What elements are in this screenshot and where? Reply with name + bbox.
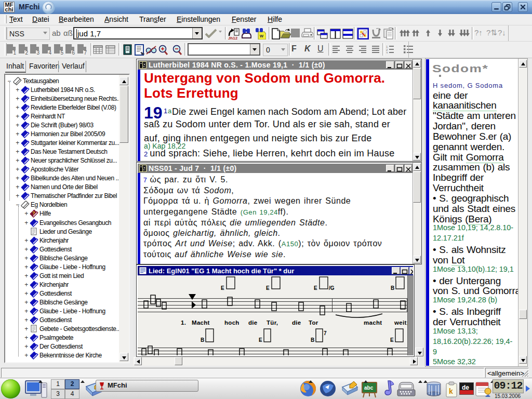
svg-text:Jh12: Jh12 (228, 36, 238, 39)
svg-text:7: 7 (324, 330, 327, 336)
svg-text:weit;: weit; (394, 320, 408, 326)
svg-text:E: E (390, 337, 394, 343)
svg-text:B: B (201, 337, 204, 343)
svg-text:abc: abc (364, 385, 374, 391)
svg-text:B: B (391, 285, 394, 291)
svg-text:E: E (221, 285, 224, 291)
svg-text:hoch: hoch (224, 320, 240, 326)
svg-text:Tor: Tor (309, 320, 318, 326)
svg-text:3: 3 (386, 51, 388, 54)
svg-text:B: B (311, 337, 314, 343)
svg-text:k: k (449, 387, 453, 395)
svg-text:Tür,: Tür, (267, 320, 278, 326)
svg-text:1.: 1. (181, 320, 186, 326)
svg-text:/G: /G (329, 285, 335, 291)
svg-text:E: E (314, 285, 317, 291)
svg-text:?: ? (32, 210, 35, 216)
svg-text:die: die (248, 320, 258, 326)
svg-text:E: E (266, 285, 270, 291)
svg-text:w: w (259, 33, 264, 38)
svg-text:macht: macht (364, 320, 382, 326)
svg-text:E: E (259, 337, 262, 343)
svg-text:Macht: Macht (192, 320, 210, 326)
svg-text:die: die (292, 320, 301, 326)
